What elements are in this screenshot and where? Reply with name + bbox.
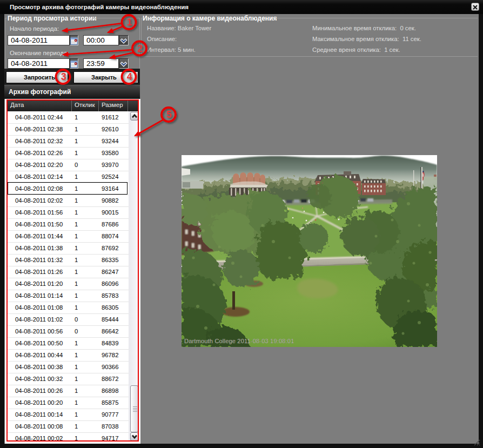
svg-text:Dartmouth College 2011-08-03 1: Dartmouth College 2011-08-03 19:08:01: [184, 338, 294, 344]
